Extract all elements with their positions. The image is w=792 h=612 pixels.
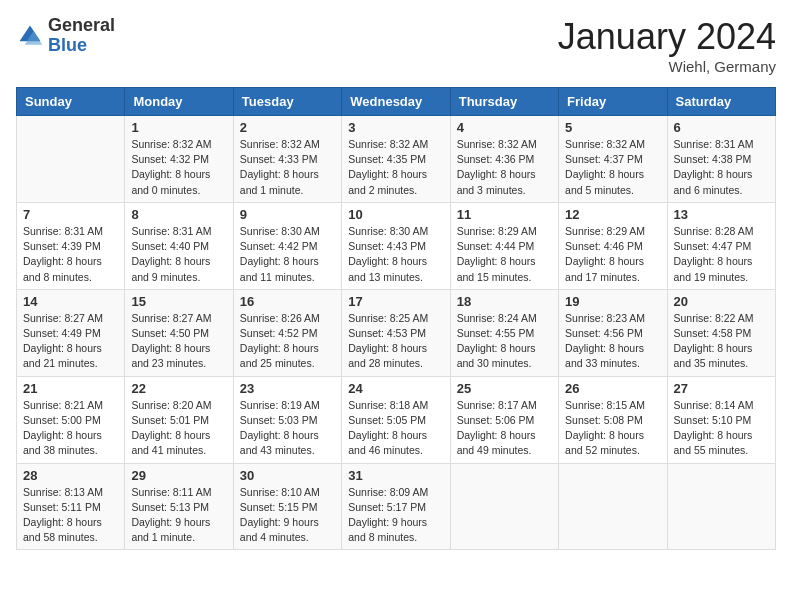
day-number: 10 (348, 207, 443, 222)
day-info: Sunrise: 8:11 AMSunset: 5:13 PMDaylight:… (131, 485, 226, 546)
day-info: Sunrise: 8:18 AMSunset: 5:05 PMDaylight:… (348, 398, 443, 459)
calendar-week-row: 1Sunrise: 8:32 AMSunset: 4:32 PMDaylight… (17, 116, 776, 203)
day-number: 23 (240, 381, 335, 396)
calendar-cell (667, 463, 775, 550)
calendar-cell: 9Sunrise: 8:30 AMSunset: 4:42 PMDaylight… (233, 202, 341, 289)
day-info: Sunrise: 8:31 AMSunset: 4:38 PMDaylight:… (674, 137, 769, 198)
calendar-cell: 23Sunrise: 8:19 AMSunset: 5:03 PMDayligh… (233, 376, 341, 463)
calendar-cell (559, 463, 667, 550)
day-number: 12 (565, 207, 660, 222)
day-info: Sunrise: 8:19 AMSunset: 5:03 PMDaylight:… (240, 398, 335, 459)
day-info: Sunrise: 8:13 AMSunset: 5:11 PMDaylight:… (23, 485, 118, 546)
day-number: 17 (348, 294, 443, 309)
day-info: Sunrise: 8:24 AMSunset: 4:55 PMDaylight:… (457, 311, 552, 372)
day-info: Sunrise: 8:15 AMSunset: 5:08 PMDaylight:… (565, 398, 660, 459)
calendar-week-row: 14Sunrise: 8:27 AMSunset: 4:49 PMDayligh… (17, 289, 776, 376)
title-block: January 2024 Wiehl, Germany (558, 16, 776, 75)
calendar-cell: 13Sunrise: 8:28 AMSunset: 4:47 PMDayligh… (667, 202, 775, 289)
calendar-cell: 17Sunrise: 8:25 AMSunset: 4:53 PMDayligh… (342, 289, 450, 376)
day-info: Sunrise: 8:27 AMSunset: 4:50 PMDaylight:… (131, 311, 226, 372)
logo-icon (16, 22, 44, 50)
calendar-cell: 24Sunrise: 8:18 AMSunset: 5:05 PMDayligh… (342, 376, 450, 463)
day-info: Sunrise: 8:29 AMSunset: 4:44 PMDaylight:… (457, 224, 552, 285)
day-number: 14 (23, 294, 118, 309)
calendar-cell: 4Sunrise: 8:32 AMSunset: 4:36 PMDaylight… (450, 116, 558, 203)
calendar-cell: 7Sunrise: 8:31 AMSunset: 4:39 PMDaylight… (17, 202, 125, 289)
calendar-cell: 15Sunrise: 8:27 AMSunset: 4:50 PMDayligh… (125, 289, 233, 376)
day-info: Sunrise: 8:21 AMSunset: 5:00 PMDaylight:… (23, 398, 118, 459)
weekday-header-thursday: Thursday (450, 88, 558, 116)
day-info: Sunrise: 8:32 AMSunset: 4:37 PMDaylight:… (565, 137, 660, 198)
day-number: 29 (131, 468, 226, 483)
weekday-header-wednesday: Wednesday (342, 88, 450, 116)
calendar-cell: 6Sunrise: 8:31 AMSunset: 4:38 PMDaylight… (667, 116, 775, 203)
day-info: Sunrise: 8:32 AMSunset: 4:33 PMDaylight:… (240, 137, 335, 198)
day-number: 18 (457, 294, 552, 309)
calendar-cell: 8Sunrise: 8:31 AMSunset: 4:40 PMDaylight… (125, 202, 233, 289)
day-info: Sunrise: 8:32 AMSunset: 4:32 PMDaylight:… (131, 137, 226, 198)
day-number: 25 (457, 381, 552, 396)
calendar-cell: 10Sunrise: 8:30 AMSunset: 4:43 PMDayligh… (342, 202, 450, 289)
calendar-cell: 19Sunrise: 8:23 AMSunset: 4:56 PMDayligh… (559, 289, 667, 376)
weekday-header-tuesday: Tuesday (233, 88, 341, 116)
calendar-cell: 2Sunrise: 8:32 AMSunset: 4:33 PMDaylight… (233, 116, 341, 203)
day-info: Sunrise: 8:14 AMSunset: 5:10 PMDaylight:… (674, 398, 769, 459)
weekday-header-saturday: Saturday (667, 88, 775, 116)
day-info: Sunrise: 8:29 AMSunset: 4:46 PMDaylight:… (565, 224, 660, 285)
weekday-header-friday: Friday (559, 88, 667, 116)
day-info: Sunrise: 8:20 AMSunset: 5:01 PMDaylight:… (131, 398, 226, 459)
calendar-cell: 14Sunrise: 8:27 AMSunset: 4:49 PMDayligh… (17, 289, 125, 376)
day-number: 30 (240, 468, 335, 483)
calendar-cell: 29Sunrise: 8:11 AMSunset: 5:13 PMDayligh… (125, 463, 233, 550)
day-info: Sunrise: 8:27 AMSunset: 4:49 PMDaylight:… (23, 311, 118, 372)
calendar-week-row: 28Sunrise: 8:13 AMSunset: 5:11 PMDayligh… (17, 463, 776, 550)
day-number: 11 (457, 207, 552, 222)
day-info: Sunrise: 8:26 AMSunset: 4:52 PMDaylight:… (240, 311, 335, 372)
day-info: Sunrise: 8:17 AMSunset: 5:06 PMDaylight:… (457, 398, 552, 459)
calendar-cell: 27Sunrise: 8:14 AMSunset: 5:10 PMDayligh… (667, 376, 775, 463)
day-info: Sunrise: 8:30 AMSunset: 4:43 PMDaylight:… (348, 224, 443, 285)
day-info: Sunrise: 8:31 AMSunset: 4:40 PMDaylight:… (131, 224, 226, 285)
day-number: 27 (674, 381, 769, 396)
calendar-cell: 25Sunrise: 8:17 AMSunset: 5:06 PMDayligh… (450, 376, 558, 463)
calendar-cell: 12Sunrise: 8:29 AMSunset: 4:46 PMDayligh… (559, 202, 667, 289)
weekday-header-monday: Monday (125, 88, 233, 116)
day-info: Sunrise: 8:22 AMSunset: 4:58 PMDaylight:… (674, 311, 769, 372)
calendar-cell: 20Sunrise: 8:22 AMSunset: 4:58 PMDayligh… (667, 289, 775, 376)
calendar-cell (450, 463, 558, 550)
day-number: 7 (23, 207, 118, 222)
day-number: 8 (131, 207, 226, 222)
day-info: Sunrise: 8:09 AMSunset: 5:17 PMDaylight:… (348, 485, 443, 546)
day-info: Sunrise: 8:31 AMSunset: 4:39 PMDaylight:… (23, 224, 118, 285)
logo-blue-text: Blue (48, 36, 115, 56)
calendar-cell: 18Sunrise: 8:24 AMSunset: 4:55 PMDayligh… (450, 289, 558, 376)
day-number: 6 (674, 120, 769, 135)
logo: General Blue (16, 16, 115, 56)
day-info: Sunrise: 8:10 AMSunset: 5:15 PMDaylight:… (240, 485, 335, 546)
day-number: 31 (348, 468, 443, 483)
calendar-cell: 30Sunrise: 8:10 AMSunset: 5:15 PMDayligh… (233, 463, 341, 550)
logo-general-text: General (48, 16, 115, 36)
calendar-table: SundayMondayTuesdayWednesdayThursdayFrid… (16, 87, 776, 550)
day-info: Sunrise: 8:32 AMSunset: 4:35 PMDaylight:… (348, 137, 443, 198)
day-number: 21 (23, 381, 118, 396)
day-number: 3 (348, 120, 443, 135)
day-info: Sunrise: 8:23 AMSunset: 4:56 PMDaylight:… (565, 311, 660, 372)
day-number: 4 (457, 120, 552, 135)
day-number: 24 (348, 381, 443, 396)
calendar-cell: 22Sunrise: 8:20 AMSunset: 5:01 PMDayligh… (125, 376, 233, 463)
calendar-cell: 28Sunrise: 8:13 AMSunset: 5:11 PMDayligh… (17, 463, 125, 550)
day-info: Sunrise: 8:32 AMSunset: 4:36 PMDaylight:… (457, 137, 552, 198)
day-number: 26 (565, 381, 660, 396)
day-info: Sunrise: 8:30 AMSunset: 4:42 PMDaylight:… (240, 224, 335, 285)
day-number: 28 (23, 468, 118, 483)
calendar-cell: 1Sunrise: 8:32 AMSunset: 4:32 PMDaylight… (125, 116, 233, 203)
day-number: 15 (131, 294, 226, 309)
calendar-week-row: 7Sunrise: 8:31 AMSunset: 4:39 PMDaylight… (17, 202, 776, 289)
calendar-cell: 16Sunrise: 8:26 AMSunset: 4:52 PMDayligh… (233, 289, 341, 376)
day-number: 2 (240, 120, 335, 135)
page-header: General Blue January 2024 Wiehl, Germany (16, 16, 776, 75)
location-text: Wiehl, Germany (558, 58, 776, 75)
day-number: 22 (131, 381, 226, 396)
calendar-cell (17, 116, 125, 203)
